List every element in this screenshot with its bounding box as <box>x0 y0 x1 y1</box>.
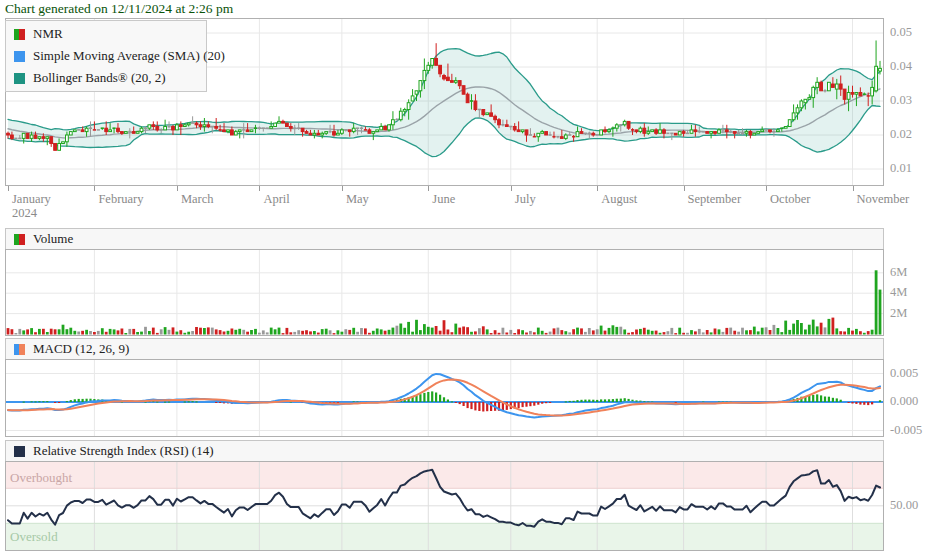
month-label: July <box>515 192 536 207</box>
price-axis-tick: 0.01 <box>890 161 912 176</box>
price-chart-legend: NMR Simple Moving Average (SMA) (20) Bol… <box>5 20 207 92</box>
legend-item-bollinger: Bollinger Bands® (20, 2) <box>6 67 206 89</box>
generated-timestamp: Chart generated on 12/11/2024 at 2:26 pm <box>5 1 233 17</box>
legend-item-sma: Simple Moving Average (SMA) (20) <box>6 45 206 67</box>
month-label: February <box>98 192 143 207</box>
rsi-axis-tick: 50.00 <box>890 498 918 513</box>
rsi-panel-title: Relative Strength Index (RSI) (14) <box>33 443 214 459</box>
month-tick <box>853 186 854 191</box>
month-label: May <box>346 192 369 207</box>
month-tick <box>177 186 178 191</box>
macd-panel-title: MACD (12, 26, 9) <box>33 341 129 357</box>
price-axis-tick: 0.05 <box>890 25 912 40</box>
month-label: March <box>181 192 214 207</box>
x-axis-months: January2024FebruaryMarchAprilMayJuneJuly… <box>5 186 935 222</box>
macd-axis-tick: 0.005 <box>890 366 918 381</box>
legend-label-bollinger: Bollinger Bands® (20, 2) <box>33 70 166 86</box>
month-tick <box>428 186 429 191</box>
macd-panel-header: MACD (12, 26, 9) <box>5 338 884 360</box>
month-tick <box>259 186 260 191</box>
month-label: January <box>12 192 51 207</box>
candlestick-swatch-icon <box>14 29 25 40</box>
month-label: April <box>263 192 289 207</box>
month-label: August <box>601 192 637 207</box>
month-tick <box>342 186 343 191</box>
macd-chart <box>5 359 884 437</box>
legend-label-sma: Simple Moving Average (SMA) (20) <box>33 48 225 64</box>
volume-axis-tick: 4M <box>890 285 907 300</box>
bollinger-swatch-icon <box>14 73 25 84</box>
price-axis-tick: 0.03 <box>890 93 912 108</box>
volume-panel-title: Volume <box>33 231 73 247</box>
rsi-swatch-icon <box>14 446 25 457</box>
price-axis-tick: 0.04 <box>890 59 912 74</box>
macd-swatch-icon <box>14 344 25 355</box>
volume-axis-tick: 6M <box>890 265 907 280</box>
macd-axis-tick: 0.000 <box>890 394 918 409</box>
month-tick <box>94 186 95 191</box>
month-tick <box>684 186 685 191</box>
year-label: 2024 <box>12 206 37 221</box>
sma-swatch-icon <box>14 51 25 62</box>
volume-swatch-icon <box>14 234 25 245</box>
macd-axis-tick: -0.005 <box>890 423 922 438</box>
legend-item-nmr: NMR <box>6 23 206 45</box>
month-label: September <box>688 192 741 207</box>
price-axis-tick: 0.02 <box>890 127 912 142</box>
volume-panel-header: Volume <box>5 228 884 250</box>
month-label: October <box>770 192 810 207</box>
volume-chart <box>5 249 884 336</box>
month-tick <box>8 186 9 191</box>
rsi-chart <box>5 461 884 551</box>
month-tick <box>766 186 767 191</box>
overbought-label: Overbought <box>10 470 72 486</box>
month-label: June <box>432 192 455 207</box>
volume-axis-tick: 2M <box>890 306 907 321</box>
legend-label-nmr: NMR <box>33 26 63 42</box>
stock-chart-page: Chart generated on 12/11/2024 at 2:26 pm… <box>0 0 940 551</box>
month-tick <box>597 186 598 191</box>
right-axis-labels: 0.050.040.030.020.016M4M2M0.0050.000-0.0… <box>890 0 938 551</box>
rsi-panel-header: Relative Strength Index (RSI) (14) <box>5 440 884 462</box>
oversold-label: Oversold <box>10 529 58 545</box>
month-tick <box>511 186 512 191</box>
